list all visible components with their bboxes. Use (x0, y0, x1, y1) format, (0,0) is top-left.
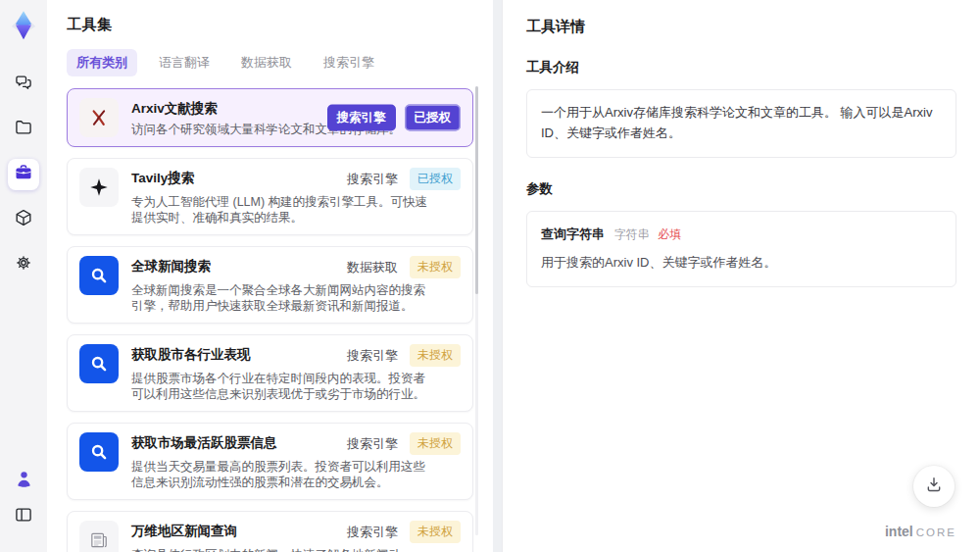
tool-auth-badge[interactable]: 已授权 (405, 105, 462, 131)
list-scrollbar[interactable] (475, 86, 478, 535)
chat-icon (14, 73, 33, 96)
tool-detail-panel: 工具详情 工具介绍 一个用于从Arxiv存储库搜索科学论文和文章的工具。 输入可… (502, 0, 980, 552)
settings-gear-icon (14, 253, 33, 276)
toolbox-icon (14, 163, 33, 186)
tool-auth-badge[interactable]: 已授权 (410, 168, 461, 190)
intel-core-logo: intel core (885, 524, 956, 539)
tool-category-badge: 搜索引擎 (347, 524, 398, 541)
params-heading: 参数 (526, 180, 956, 198)
tab-1[interactable]: 语言翻译 (149, 49, 220, 76)
sidebar-item-settings[interactable] (8, 249, 39, 280)
tab-2[interactable]: 数据获取 (231, 49, 302, 76)
intro-heading: 工具介绍 (526, 59, 956, 76)
sidebar-item-files[interactable] (8, 114, 39, 145)
tab-0[interactable]: 所有类别 (67, 49, 137, 76)
tavily-star-icon (79, 168, 119, 207)
tool-card[interactable]: 获取股市各行业表现 搜索引擎 未授权 提供股票市场各个行业在特定时间段内的表现。… (67, 334, 473, 412)
list-scrollbar-thumb[interactable] (475, 86, 478, 294)
param-box: 查询字符串 字符串 必填 用于搜索的Arxiv ID、关键字或作者姓名。 (526, 211, 956, 288)
tool-description: 全球新闻搜索是一个聚合全球各大新闻网站内容的搜索引擎，帮助用户快速获取全球最新资… (131, 282, 433, 314)
tool-description: 查询具体行政区划内的新闻，快速了解各地新闻动 (131, 547, 433, 552)
sidebar-item-chat[interactable] (8, 69, 39, 100)
tool-description: 专为人工智能代理 (LLM) 构建的搜索引擎工具。可快速提供实时、准确和真实的结… (131, 194, 433, 226)
tool-title: 全球新闻搜索 (131, 256, 211, 276)
tool-category-badge: 搜索引擎 (347, 171, 398, 188)
tool-title: 万维地区新闻查询 (131, 521, 237, 540)
tool-card[interactable]: Arxiv文献搜索 搜索引擎 已授权 访问各个研究领域大量科学论文和文章的存储库… (67, 88, 473, 147)
tool-description: 提供股票市场各个行业在特定时间段内的表现。投资者可以利用这些信息来识别表现优于或… (131, 371, 433, 402)
app-sidebar (0, 0, 47, 552)
app-logo (6, 8, 41, 43)
tool-card[interactable]: Tavily搜索 搜索引擎 已授权 专为人工智能代理 (LLM) 构建的搜索引擎… (67, 158, 473, 235)
tool-card[interactable]: 万维地区新闻查询 搜索引擎 未授权 查询具体行政区划内的新闻，快速了解各地新闻动 (67, 511, 473, 552)
tool-category-badge: 搜索引擎 (347, 435, 398, 453)
detail-title: 工具详情 (526, 18, 956, 36)
tool-card[interactable]: 全球新闻搜索 数据获取 未授权 全球新闻搜索是一个聚合全球各大新闻网站内容的搜索… (67, 246, 473, 324)
download-icon (924, 475, 944, 498)
tool-auth-badge[interactable]: 未授权 (410, 256, 461, 278)
tool-card[interactable]: 获取市场最活跃股票信息 搜索引擎 未授权 提供当天交易量最高的股票列表。投资者可… (67, 423, 473, 500)
intro-box: 一个用于从Arxiv存储库搜索科学论文和文章的工具。 输入可以是Arxiv ID… (526, 89, 956, 158)
toolset-panel: 工具集 所有类别语言翻译数据获取搜索引擎 Arxiv文献搜索 搜索引擎 已授权 … (47, 0, 493, 552)
tool-description: 提供当天交易量最高的股票列表。投资者可以利用这些信息来识别流动性强的股票和潜在的… (131, 459, 433, 490)
tool-category-badge: 数据获取 (347, 259, 398, 276)
tool-auth-badge[interactable]: 未授权 (410, 521, 461, 543)
category-tabs: 所有类别语言翻译数据获取搜索引擎 (67, 49, 473, 76)
tool-title: Tavily搜索 (131, 168, 194, 187)
news-icon (79, 521, 119, 552)
core-label: core (916, 527, 956, 538)
search-icon (79, 256, 119, 295)
param-required-badge: 必填 (658, 227, 681, 241)
tool-title: 获取市场最活跃股票信息 (131, 432, 277, 452)
tool-category-badge: 搜索引擎 (327, 105, 396, 131)
sidebar-item-toolbox[interactable] (8, 159, 39, 190)
user-icon (14, 469, 34, 493)
arxiv-icon (79, 98, 119, 137)
package-icon (14, 208, 33, 231)
param-type: 字符串 (614, 227, 650, 241)
tool-category-badge: 搜索引擎 (347, 347, 398, 365)
page-title: 工具集 (67, 16, 473, 34)
tab-3[interactable]: 搜索引擎 (314, 49, 384, 76)
intro-text: 一个用于从Arxiv存储库搜索科学论文和文章的工具。 输入可以是Arxiv ID… (541, 105, 932, 140)
param-description: 用于搜索的Arxiv ID、关键字或作者姓名。 (541, 253, 942, 274)
param-name: 查询字符串 (541, 226, 605, 241)
tool-auth-badge[interactable]: 未授权 (410, 344, 461, 367)
param-header: 查询字符串 字符串 必填 (541, 225, 942, 245)
folder-icon (14, 118, 33, 141)
download-button[interactable] (913, 466, 955, 507)
tool-auth-badge[interactable]: 未授权 (410, 432, 461, 455)
sidebar-item-collapse[interactable] (8, 501, 39, 532)
panel-toggle-icon (14, 505, 33, 528)
search-icon (79, 432, 119, 472)
search-icon (79, 344, 119, 383)
tool-title: 获取股市各行业表现 (131, 344, 251, 364)
intel-label: intel (885, 524, 913, 539)
tool-list: Arxiv文献搜索 搜索引擎 已授权 访问各个研究领域大量科学论文和文章的存储库… (67, 88, 473, 552)
sidebar-item-packages[interactable] (8, 204, 39, 235)
tool-title: Arxiv文献搜索 (131, 98, 218, 118)
sidebar-item-account[interactable] (8, 465, 39, 496)
